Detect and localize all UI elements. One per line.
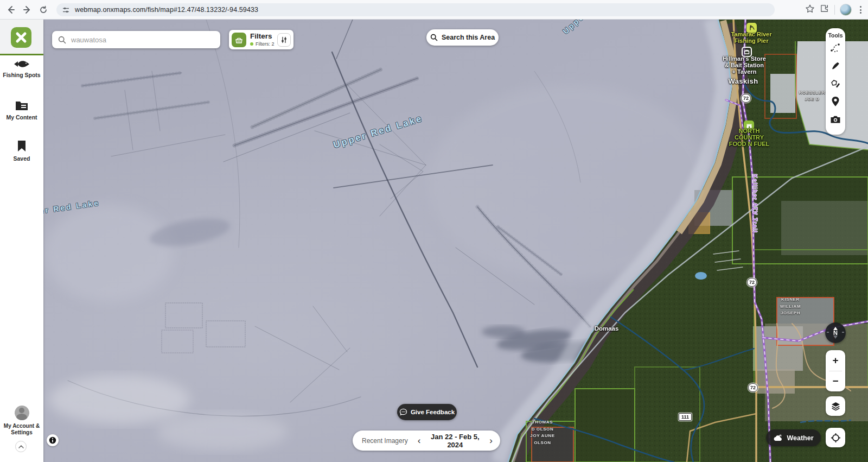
logo-area	[0, 20, 43, 55]
fuel-store-poi-icon[interactable]	[744, 121, 754, 131]
info-icon	[49, 436, 56, 444]
account-avatar	[15, 406, 29, 420]
weather-button[interactable]: Weather	[766, 429, 821, 446]
route-shield-72: 72	[741, 94, 751, 103]
filters-button[interactable]: Filters Filters: 2	[229, 30, 293, 49]
route-icon	[830, 42, 841, 53]
sidebar-item-saved[interactable]: Saved	[0, 140, 43, 162]
recent-imagery-bar: Recent Imagery ‹ Jan 22 - Feb 5, 2024 ›	[353, 431, 500, 451]
filters-count: Filters: 2	[256, 42, 275, 47]
route-shield-72: 72	[747, 278, 757, 287]
layers-icon	[831, 401, 841, 412]
browser-menu-icon[interactable]	[857, 4, 865, 16]
zoom-control: + −	[826, 350, 845, 391]
tools-title: Tools	[828, 32, 843, 39]
filters-active-dot	[250, 42, 253, 46]
route-shield-72: 72	[748, 383, 758, 392]
site-info-icon[interactable]	[62, 6, 70, 14]
weather-cloud-icon	[773, 434, 783, 441]
compass-south-arrow	[833, 336, 838, 339]
bookmark-star-icon[interactable]	[805, 4, 815, 16]
zoom-out-button[interactable]: −	[826, 371, 845, 392]
route-shield-111: 111	[679, 413, 692, 421]
measure-route-tool-button[interactable]	[827, 39, 844, 56]
crosshair-icon	[831, 433, 841, 443]
map-canvas[interactable]: Upper Red Lake er Red Lake Uppe Waskish …	[43, 20, 868, 462]
chevron-up-icon	[18, 445, 24, 448]
sliders-icon	[280, 36, 288, 43]
give-feedback-button[interactable]: Give Feedback	[397, 404, 457, 420]
browser-profile-avatar[interactable]	[840, 4, 852, 16]
sidebar-collapse-button[interactable]	[15, 441, 27, 452]
search-input[interactable]	[71, 36, 207, 44]
chrome-divider	[834, 5, 835, 15]
store-poi-icon[interactable]	[742, 47, 752, 57]
search-this-area-button[interactable]: Search this Area	[426, 29, 499, 46]
layers-button[interactable]	[826, 396, 845, 416]
extensions-icon[interactable]	[820, 4, 829, 16]
fish-icon	[0, 59, 43, 69]
compass-control[interactable]: N	[825, 322, 846, 343]
sidebar-item-account[interactable]: My Account & Settings	[0, 406, 43, 436]
folder-icon	[0, 99, 43, 111]
onx-logo[interactable]	[11, 27, 31, 48]
draw-shape-tool-button[interactable]	[827, 74, 844, 92]
logo-underline	[0, 54, 43, 55]
map-info-button[interactable]	[47, 434, 59, 446]
fishing-pier-poi-icon[interactable]	[746, 23, 757, 33]
app-sidebar: Fishing Spots My Content Saved My Accoun…	[0, 20, 43, 462]
browser-forward-button[interactable]	[21, 3, 34, 16]
draw-line-tool-button[interactable]	[827, 56, 844, 74]
filter-sliders-button[interactable]	[277, 33, 291, 47]
waypoint-tool-button[interactable]	[827, 92, 844, 110]
search-icon	[58, 36, 66, 44]
recent-imagery-label: Recent Imagery	[362, 437, 408, 445]
account-label-line2: Settings	[0, 429, 43, 436]
pin-icon	[831, 96, 840, 107]
url-text: webmap.onxmaps.com/fish/map#12.47/48.132…	[75, 6, 258, 14]
browser-reload-button[interactable]	[37, 3, 50, 16]
imagery-prev-button[interactable]: ‹	[413, 436, 425, 445]
map-search[interactable]	[52, 31, 220, 48]
reload-icon	[39, 5, 48, 14]
account-label-line1: My Account &	[0, 423, 43, 429]
forward-arrow-icon	[23, 5, 31, 14]
fish-basket-icon	[232, 33, 246, 47]
photo-tool-button[interactable]	[827, 110, 844, 128]
zoom-in-button[interactable]: +	[826, 350, 845, 371]
sidebar-item-fishing-spots[interactable]: Fishing Spots	[0, 59, 43, 78]
locate-button[interactable]	[826, 428, 845, 447]
map-imagery	[43, 20, 868, 462]
browser-chrome: webmap.onxmaps.com/fish/map#12.47/48.132…	[0, 0, 868, 20]
sidebar-item-my-content[interactable]: My Content	[0, 99, 43, 121]
feedback-bubble-icon	[399, 408, 407, 416]
shape-pen-icon	[830, 78, 841, 89]
imagery-next-button[interactable]: ›	[485, 436, 497, 445]
search-icon	[430, 34, 438, 41]
camera-icon	[830, 115, 841, 124]
back-arrow-icon	[7, 5, 15, 14]
filters-label: Filters	[250, 33, 275, 40]
pen-icon	[831, 60, 841, 71]
browser-back-button[interactable]	[4, 3, 17, 16]
imagery-date-range: Jan 22 - Feb 5, 2024	[425, 433, 485, 449]
bookmark-icon	[0, 140, 43, 153]
onx-x-icon	[15, 31, 27, 43]
tools-panel: Tools	[826, 28, 845, 135]
url-bar[interactable]: webmap.onxmaps.com/fish/map#12.47/48.132…	[56, 3, 775, 16]
